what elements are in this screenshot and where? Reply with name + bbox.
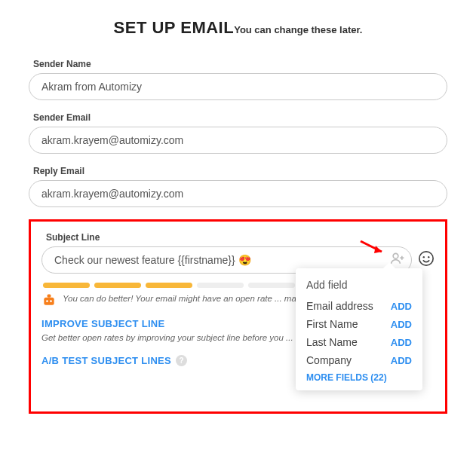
popover-item: First Name ADD <box>306 318 412 330</box>
bot-icon <box>41 292 57 310</box>
reply-email-label: Reply Email <box>29 166 447 176</box>
abtest-link[interactable]: A/B TEST SUBJECT LINES <box>41 355 171 366</box>
score-bar <box>248 283 295 288</box>
sender-email-row: Sender Email <box>29 112 447 154</box>
sender-name-input[interactable] <box>29 73 447 100</box>
subject-highlight-box: Subject Line You can do better! Yo <box>29 219 447 414</box>
sender-email-label: Sender Email <box>29 112 447 123</box>
emoji-icon[interactable] <box>418 250 435 270</box>
svg-point-5 <box>419 252 433 265</box>
svg-rect-8 <box>44 298 54 305</box>
svg-point-10 <box>46 300 48 302</box>
popover-item: Company ADD <box>306 354 412 366</box>
title-main: SET UP EMAIL <box>114 18 235 37</box>
svg-point-11 <box>50 300 52 302</box>
popover-item-name: Company <box>306 354 352 366</box>
reply-email-input[interactable] <box>29 180 447 207</box>
title-sub: You can change these later. <box>234 24 362 35</box>
sender-name-row: Sender Name <box>29 59 447 100</box>
popover-item: Email address ADD <box>306 300 412 312</box>
popover-item-name: Email address <box>306 300 373 312</box>
score-bar <box>146 283 192 288</box>
form-area: Sender Name Sender Email Reply Email Sub… <box>0 45 476 421</box>
add-field-popover: Add field Email address ADD First Name A… <box>296 268 422 390</box>
score-bar <box>43 283 90 288</box>
svg-point-2 <box>393 253 398 258</box>
popover-add-button[interactable]: ADD <box>391 355 412 366</box>
help-icon[interactable]: ? <box>176 355 187 366</box>
score-bar <box>197 283 244 288</box>
page-title: SET UP EMAILYou can change these later. <box>0 0 476 45</box>
popover-item: Last Name ADD <box>306 336 412 348</box>
svg-rect-9 <box>48 295 51 298</box>
sender-name-label: Sender Name <box>29 59 447 69</box>
popover-add-button[interactable]: ADD <box>391 319 412 330</box>
score-bar <box>94 283 141 288</box>
popover-item-name: Last Name <box>306 336 358 348</box>
popover-more-link[interactable]: MORE FIELDS (22) <box>306 372 412 383</box>
popover-item-name: First Name <box>306 318 358 330</box>
reply-email-row: Reply Email <box>29 166 447 207</box>
popover-add-button[interactable]: ADD <box>391 301 412 312</box>
popover-title: Add field <box>306 279 412 291</box>
subject-line-label: Subject Line <box>41 232 435 243</box>
sender-email-input[interactable] <box>29 127 447 154</box>
popover-add-button[interactable]: ADD <box>391 337 412 348</box>
svg-point-7 <box>428 256 429 258</box>
svg-point-6 <box>423 256 425 258</box>
